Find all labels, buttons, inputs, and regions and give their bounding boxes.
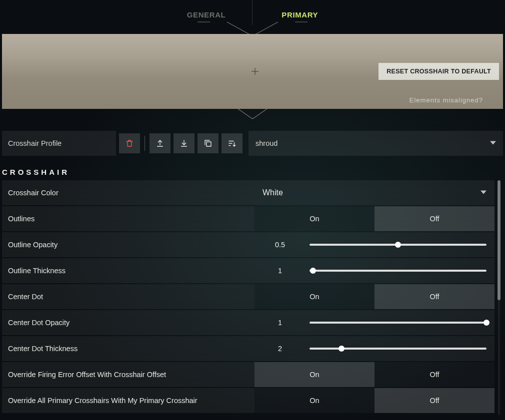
settings-screen: GENERAL PRIMARY RESET CROSSHAIR TO DEFAU… (0, 0, 505, 420)
center-dot-thickness-slider[interactable] (310, 344, 486, 354)
profile-bar: Crosshair Profile shroud (2, 131, 503, 156)
section-header-crosshair: CROSSHAIR (2, 168, 503, 176)
center-dot-thickness-value: 2 (262, 345, 298, 353)
profile-label: Crosshair Profile (2, 131, 116, 156)
row-outlines: Outlines On Off (2, 206, 494, 231)
row-center-dot-opacity: Center Dot Opacity 1 (2, 310, 494, 335)
row-override-firing: Override Firing Error Offset With Crossh… (2, 362, 494, 387)
sort-profiles-button[interactable] (222, 133, 242, 153)
row-crosshair-color: Crosshair Color White (2, 180, 494, 205)
outlines-off[interactable]: Off (374, 206, 494, 231)
outline-thickness-value: 1 (262, 267, 298, 275)
label-center-dot-thickness: Center Dot Thickness (2, 336, 254, 361)
tabs-bar: GENERAL PRIMARY (0, 0, 505, 30)
copy-icon (204, 139, 212, 148)
tab-primary[interactable]: PRIMARY (278, 1, 321, 29)
label-outline-thickness: Outline Thickness (2, 258, 254, 283)
row-outline-thickness: Outline Thickness 1 (2, 258, 494, 283)
settings-panel: Crosshair Color White Outlines On Off Ou… (2, 180, 503, 413)
override-all-on[interactable]: On (254, 388, 374, 413)
toggle-center-dot: On Off (254, 284, 494, 309)
copy-profile-button[interactable] (198, 133, 218, 153)
chevron-down-icon (490, 139, 496, 147)
label-center-dot-opacity: Center Dot Opacity (2, 310, 254, 335)
label-crosshair-color: Crosshair Color (2, 180, 254, 205)
toggle-override-all: On Off (254, 388, 494, 413)
profile-dropdown[interactable]: shroud (248, 131, 503, 156)
label-override-firing: Override Firing Error Offset With Crossh… (2, 362, 254, 387)
row-center-dot: Center Dot On Off (2, 284, 494, 309)
outline-opacity-slider[interactable] (310, 240, 486, 250)
center-dot-opacity-slider[interactable] (310, 318, 486, 328)
delete-profile-button[interactable] (119, 133, 140, 153)
override-firing-on[interactable]: On (254, 362, 374, 387)
label-outline-opacity: Outline Opacity (2, 232, 254, 257)
toggle-outlines: On Off (254, 206, 494, 231)
import-profile-button[interactable] (174, 133, 194, 153)
crosshair-preview: RESET CROSSHAIR TO DEFAULT Elements misa… (2, 34, 503, 109)
svg-rect-2 (206, 142, 211, 146)
tab-general[interactable]: GENERAL (184, 1, 229, 29)
separator (144, 136, 145, 151)
chevron-down-icon (480, 188, 486, 197)
outline-thickness-slider[interactable] (310, 266, 486, 276)
label-center-dot: Center Dot (2, 284, 254, 309)
download-icon (180, 139, 188, 148)
reset-crosshair-button[interactable]: RESET CROSSHAIR TO DEFAULT (378, 63, 499, 80)
override-firing-off[interactable]: Off (374, 362, 494, 387)
export-profile-button[interactable] (150, 133, 170, 153)
crosshair-icon (254, 70, 256, 73)
tab-separator (252, 0, 252, 25)
preview-chevron (0, 109, 505, 120)
label-override-all: Override All Primary Crosshairs With My … (2, 388, 254, 413)
crosshair-color-dropdown[interactable]: White (254, 180, 494, 205)
row-outline-opacity: Outline Opacity 0.5 (2, 232, 494, 257)
upload-icon (156, 139, 164, 148)
label-outlines: Outlines (2, 206, 254, 231)
center-dot-on[interactable]: On (254, 284, 374, 309)
toggle-override-firing: On Off (254, 362, 494, 387)
row-center-dot-thickness: Center Dot Thickness 2 (2, 336, 494, 361)
profile-selected-value: shroud (256, 139, 278, 147)
trash-icon (125, 139, 134, 148)
row-override-all: Override All Primary Crosshairs With My … (2, 388, 494, 413)
sort-icon (228, 139, 236, 148)
scrollbar-thumb[interactable] (498, 180, 500, 300)
elements-misaligned-link[interactable]: Elements misaligned? (410, 96, 483, 104)
outlines-on[interactable]: On (254, 206, 374, 231)
override-all-off[interactable]: Off (374, 388, 494, 413)
center-dot-off[interactable]: Off (374, 284, 494, 309)
crosshair-color-value: White (262, 188, 283, 197)
outline-opacity-value: 0.5 (262, 241, 298, 249)
center-dot-opacity-value: 1 (262, 319, 298, 327)
